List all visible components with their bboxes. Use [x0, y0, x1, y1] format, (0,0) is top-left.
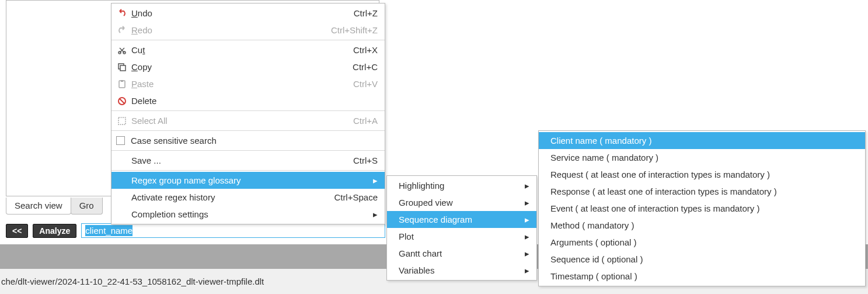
menu-item-label: Gantt chart [399, 248, 512, 258]
menu-accelerator: Ctrl+C [325, 62, 378, 72]
menu-item-save[interactable]: Save ...Ctrl+S [111, 152, 385, 169]
menu-item-activate-regex-history[interactable]: Activate regex historyCtrl+Space [111, 189, 385, 206]
menu-item-client-name-mandatory[interactable]: Client name ( mandatory ) [539, 132, 865, 149]
menu-item-timestamp-optional[interactable]: Timestamp ( optional ) [539, 268, 865, 285]
menu-item-label: Highlighting [399, 181, 512, 191]
svg-rect-3 [120, 65, 126, 71]
menu-item-label: Service name ( mandatory ) [550, 153, 858, 162]
menu-item-label: Select All [131, 116, 302, 126]
menu-item-label: Arguments ( optional ) [550, 237, 858, 247]
menu-item-label: Delete [131, 96, 378, 106]
menu-item-response-at-least-one-of-interaction-types-is-mandatory[interactable]: Response ( at least one of interaction t… [539, 183, 865, 200]
menu-item-request-at-least-one-of-interaction-types-is-mandatory[interactable]: Request ( at least one of interaction ty… [539, 166, 865, 183]
menu-separator [111, 150, 385, 151]
menu-item-label: Request ( at least one of interaction ty… [550, 170, 858, 179]
menu-item-label: Response ( at least one of interaction t… [550, 186, 858, 196]
svg-rect-5 [121, 80, 123, 82]
svg-rect-7 [118, 117, 126, 124]
menu-separator [111, 110, 385, 111]
menu-item-method-mandatory[interactable]: Method ( mandatory ) [539, 217, 865, 234]
menu-item-grouped-view[interactable]: Grouped view▸ [387, 194, 536, 211]
menu-item-paste: PasteCtrl+V [111, 75, 385, 92]
submenu-arrow-icon: ▸ [524, 181, 529, 191]
undo-icon [116, 8, 128, 19]
submenu-arrow-icon: ▸ [524, 198, 529, 208]
menu-item-plot[interactable]: Plot▸ [387, 228, 536, 245]
menu-item-cut[interactable]: CutCtrl+X [111, 41, 385, 58]
submenu-arrow-icon: ▸ [524, 248, 529, 259]
menu-item-arguments-optional[interactable]: Arguments ( optional ) [539, 234, 865, 251]
menu-item-delete[interactable]: Delete [111, 92, 385, 109]
submenu-arrow-icon: ▸ [524, 231, 529, 242]
menu-item-redo: RedoCtrl+Shift+Z [111, 22, 385, 39]
menu-item-label: Timestamp ( optional ) [550, 271, 858, 281]
menu-item-variables[interactable]: Variables▸ [387, 262, 536, 279]
menu-item-label: Paste [131, 79, 302, 89]
redo-icon [116, 25, 128, 36]
menu-item-label: Client name ( mandatory ) [550, 136, 858, 146]
submenu-regex-glossary: Highlighting▸Grouped view▸Sequence diagr… [386, 175, 537, 281]
cut-icon [116, 45, 128, 56]
menu-item-completion-settings[interactable]: Completion settings▸ [111, 206, 385, 223]
menu-item-regex-group-name-glossary[interactable]: Regex group name glossary▸ [111, 172, 385, 189]
submenu-arrow-icon: ▸ [372, 209, 378, 220]
menu-accelerator: Ctrl+S [325, 155, 378, 165]
menu-item-label: Save ... [131, 155, 302, 165]
tab-grouped-view[interactable]: Gro [71, 198, 103, 215]
menu-item-label: Plot [399, 231, 512, 241]
menu-item-label: Regex group name glossary [131, 175, 360, 185]
submenu-arrow-icon: ▸ [524, 215, 529, 225]
status-path: che/dlt-viewer/2024-11-10_22-41-53_10581… [1, 276, 264, 286]
menu-item-highlighting[interactable]: Highlighting▸ [387, 177, 536, 194]
menu-separator [111, 40, 385, 40]
menu-separator [111, 130, 385, 131]
menu-separator [111, 170, 385, 171]
tab-search-view[interactable]: Search view [6, 198, 71, 215]
menu-item-label: Case sensitive search [131, 136, 378, 146]
menu-item-select-all: Select AllCtrl+A [111, 112, 385, 129]
context-menu-main: UndoCtrl+ZRedoCtrl+Shift+ZCutCtrl+XCopyC… [111, 3, 385, 224]
paste-icon [116, 79, 128, 89]
menu-accelerator: Ctrl+Shift+Z [325, 25, 378, 35]
menu-item-event-at-least-one-of-interaction-types-is-mandatory[interactable]: Event ( at least one of interaction type… [539, 200, 865, 217]
menu-item-copy[interactable]: CopyCtrl+C [111, 58, 385, 75]
back-button[interactable]: << [6, 224, 28, 238]
menu-item-label: Variables [399, 265, 512, 275]
menu-item-label: Redo [131, 25, 302, 35]
submenu-arrow-icon: ▸ [524, 265, 529, 276]
menu-item-sequence-diagram[interactable]: Sequence diagram▸ [387, 211, 536, 228]
menu-accelerator: Ctrl+Space [325, 192, 378, 202]
menu-item-label: Event ( at least one of interaction type… [550, 203, 858, 213]
menu-item-label: Completion settings [131, 209, 360, 219]
regex-input-value: client_name [85, 225, 133, 236]
menu-item-label: Copy [131, 62, 302, 72]
menu-item-label: Cut [131, 45, 302, 55]
menu-item-label: Sequence diagram [399, 215, 512, 224]
submenu-arrow-icon: ▸ [372, 175, 378, 186]
menu-accelerator: Ctrl+V [325, 79, 378, 89]
analyze-button[interactable]: Analyze [33, 224, 76, 238]
checkbox-icon [116, 136, 125, 145]
menu-item-undo[interactable]: UndoCtrl+Z [111, 5, 385, 22]
menu-accelerator: Ctrl+A [325, 116, 378, 126]
menu-item-gantt-chart[interactable]: Gantt chart▸ [387, 245, 536, 262]
menu-accelerator: Ctrl+X [325, 45, 378, 55]
delete-icon [116, 96, 128, 106]
menu-item-label: Sequence id ( optional ) [550, 254, 858, 264]
menu-item-label: Activate regex history [131, 192, 302, 202]
copy-icon [116, 62, 128, 72]
selectall-icon [116, 116, 128, 126]
menu-item-label: Undo [131, 8, 302, 18]
menu-item-label: Method ( mandatory ) [550, 220, 858, 230]
menu-item-case-sensitive-search[interactable]: Case sensitive search [111, 132, 385, 149]
menu-item-label: Grouped view [399, 198, 512, 207]
regex-toolbar: << Analyze client_name [6, 223, 385, 238]
menu-item-sequence-id-optional[interactable]: Sequence id ( optional ) [539, 251, 865, 268]
submenu-sequence-diagram: Client name ( mandatory )Service name ( … [538, 130, 866, 286]
menu-accelerator: Ctrl+Z [325, 8, 378, 18]
bottom-tabs: Search view Gro [6, 196, 102, 215]
menu-item-service-name-mandatory[interactable]: Service name ( mandatory ) [539, 149, 865, 166]
regex-input[interactable]: client_name [81, 223, 385, 238]
